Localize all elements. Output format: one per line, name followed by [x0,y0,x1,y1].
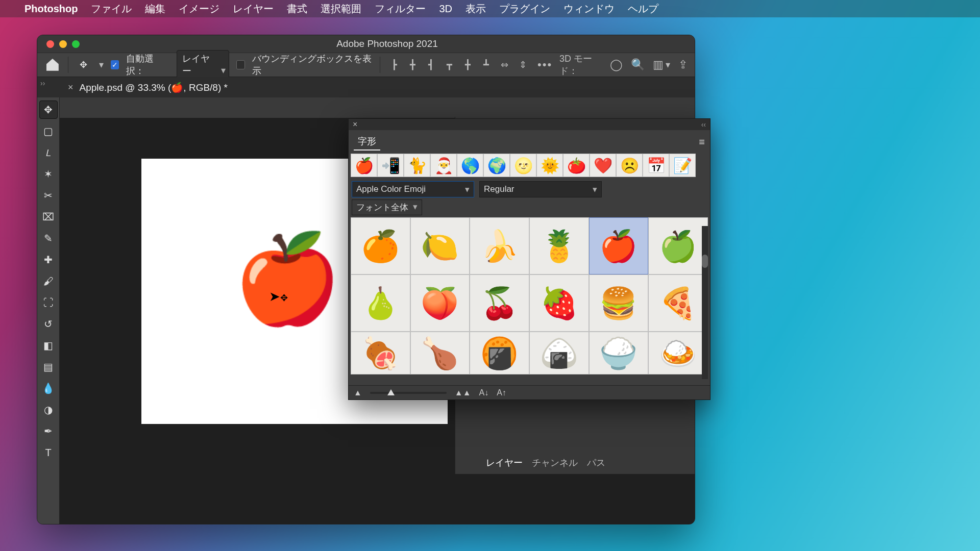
eyedropper-tool[interactable]: ✎ [39,229,58,247]
dodge-tool[interactable]: ◑ [39,400,58,419]
recent-glyph[interactable]: 🌝 [510,154,536,177]
glyph-cell[interactable]: 🍋 [410,217,470,274]
healing-tool[interactable]: ✚ [39,251,58,269]
mac-menubar[interactable]: Photoshop ファイル 編集 イメージ レイヤー 書式 選択範囲 フィルタ… [0,0,980,17]
align-top-icon[interactable]: ┳ [443,58,457,72]
marquee-tool[interactable]: ▢ [39,122,58,140]
move-tool-preset-icon[interactable]: ✥ [76,56,92,73]
window-zoom-button[interactable] [72,40,80,48]
auto-select-target-select[interactable]: レイヤー [177,50,229,80]
crop-tool[interactable]: ✂ [39,186,58,205]
home-button[interactable] [44,56,61,73]
font-family-select[interactable]: Apple Color Emoji [352,181,474,197]
recent-glyph[interactable]: 🌎 [457,154,483,177]
scale-up-icon[interactable]: A↑ [497,388,506,397]
glyph-cell[interactable]: 🍒 [470,274,529,332]
menu-image[interactable]: イメージ [179,2,219,16]
move-tool[interactable]: ✥ [39,101,58,119]
stamp-tool[interactable]: ⛶ [39,293,58,312]
recent-glyph[interactable]: ☹️ [616,154,643,177]
recent-glyph[interactable]: 📅 [643,154,669,177]
auto-select-checkbox[interactable]: ✓ [111,60,119,69]
glyph-cell[interactable]: 🍘 [470,332,529,374]
frame-tool[interactable]: ⌧ [39,208,58,226]
glyph-cell[interactable]: 🍌 [470,217,529,274]
glyphs-tab-label[interactable]: 字形 [354,133,380,151]
align-vcenter-icon[interactable]: ╋ [461,58,475,72]
orbit-3d-icon[interactable]: ◯ [610,58,623,71]
type-tool[interactable]: T [39,443,58,462]
window-close-button[interactable] [46,40,54,48]
recent-glyph[interactable]: 📝 [669,154,696,177]
recent-glyph[interactable]: ❤️ [590,154,616,177]
menu-layer[interactable]: レイヤー [233,2,274,16]
search-icon[interactable]: 🔍 [631,58,645,71]
align-hcenter-icon[interactable]: ╋ [406,58,420,72]
canvas-artwork[interactable]: 🍎 [233,235,341,322]
lasso-tool[interactable]: 𝘓 [39,143,58,162]
distribute-h-icon[interactable]: ⇔ [498,58,512,72]
tab-close-icon[interactable]: × [68,82,74,93]
workspace-icon[interactable]: ▥ [653,58,664,71]
tab-paths[interactable]: パス [587,457,605,469]
menubar-app-name[interactable]: Photoshop [24,3,78,15]
menu-help[interactable]: ヘルプ [628,2,658,16]
menu-3d[interactable]: 3D [439,3,452,15]
document-tab[interactable]: Apple.psd @ 33.3% (🍎, RGB/8) * [80,82,228,93]
more-options-icon[interactable]: ••• [537,58,552,71]
menu-select[interactable]: 選択範囲 [321,2,361,16]
slider-knob[interactable] [387,389,395,395]
align-right-icon[interactable]: ┫ [424,58,438,72]
glyph-cell[interactable]: 🍑 [410,274,470,332]
align-left-icon[interactable]: ┣ [387,58,402,72]
recent-glyph[interactable]: 🍅 [563,154,590,177]
glyph-cell[interactable]: 🍔 [589,274,649,332]
zoom-out-icon[interactable]: ▲ [354,388,362,397]
menu-type[interactable]: 書式 [287,2,307,16]
recent-glyph[interactable]: 🎅 [430,154,457,177]
menu-view[interactable]: 表示 [465,2,486,16]
collapse-left-icon[interactable]: ›› [40,79,45,87]
menu-file[interactable]: ファイル [91,2,132,16]
scrollbar-thumb[interactable] [702,255,708,268]
tab-channels[interactable]: チャンネル [532,457,578,469]
glyph-cell[interactable]: 🍗 [410,332,470,374]
chevron-down-icon[interactable]: ▾ [99,59,104,70]
recent-glyph[interactable]: 🍎 [351,154,377,177]
font-subset-select[interactable]: フォント全体 [352,199,422,215]
menu-window[interactable]: ウィンドウ [564,2,615,16]
eraser-tool[interactable]: ◧ [39,336,58,355]
blur-tool[interactable]: 💧 [39,379,58,397]
window-titlebar[interactable]: Adobe Photoshop 2021 [37,35,695,53]
glyphs-panel-header[interactable]: × ‹‹ [349,119,710,130]
brush-tool[interactable]: 🖌 [39,272,58,290]
glyph-cell[interactable]: 🍊 [351,217,410,274]
glyph-cell[interactable]: 🍚 [589,332,649,374]
glyph-cell[interactable]: 🍖 [351,332,410,374]
tab-layers[interactable]: レイヤー [486,457,523,469]
window-minimize-button[interactable] [59,40,67,48]
menu-plugins[interactable]: プラグイン [499,2,550,16]
glyph-size-slider[interactable] [370,392,447,394]
menu-filter[interactable]: フィルター [375,2,426,16]
glyph-cell[interactable]: 🍕 [648,274,708,332]
glyphs-panel[interactable]: × ‹‹ 字形 ≡ 🍎📲🐈🎅🌎🌍🌝🌞🍅❤️☹️📅📝 Apple Color Em… [348,118,710,400]
panel-collapse-icon[interactable]: ‹‹ [701,120,710,129]
glyph-cell[interactable]: 🍎 [589,217,649,274]
recent-glyph[interactable]: 🌍 [483,154,510,177]
panel-close-icon[interactable]: × [349,120,361,129]
glyph-cell[interactable]: 🍓 [529,274,589,332]
menu-edit[interactable]: 編集 [145,2,165,16]
pen-tool[interactable]: ✒ [39,422,58,440]
history-brush-tool[interactable]: ↺ [39,315,58,333]
show-bbox-checkbox[interactable] [236,60,245,69]
scale-down-icon[interactable]: A↓ [479,388,489,397]
distribute-v-icon[interactable]: ⇕ [516,58,530,72]
align-bottom-icon[interactable]: ┻ [479,58,494,72]
quick-select-tool[interactable]: ✶ [39,165,58,183]
zoom-in-icon[interactable]: ▲▲ [455,388,471,397]
glyph-cell[interactable]: 🍍 [529,217,589,274]
recent-glyph[interactable]: 🐈 [404,154,430,177]
font-style-select[interactable]: Regular [479,181,602,197]
glyphs-scrollbar[interactable] [702,226,708,379]
